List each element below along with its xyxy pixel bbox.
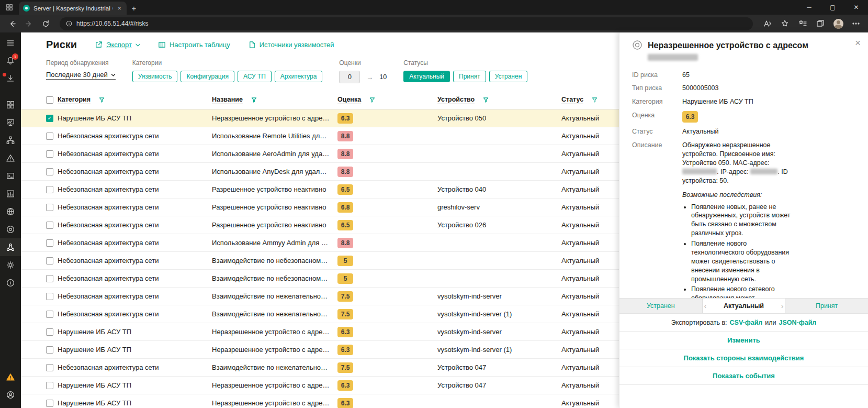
audit-icon[interactable] <box>0 220 21 238</box>
category-chip-ics[interactable]: АСУ ТП <box>238 71 272 82</box>
period-dropdown[interactable]: Последние 30 дней <box>46 71 116 80</box>
table-row[interactable]: Небезопасная архитектура сети Взаимодейс… <box>21 288 619 305</box>
vulnerability-sources-button[interactable]: Источники уязвимостей <box>248 41 334 49</box>
settings-icon[interactable] <box>0 256 21 274</box>
refresh-icon[interactable] <box>38 16 53 31</box>
table-row[interactable]: Небезопасная архитектура сети Взаимодейс… <box>21 359 619 377</box>
downloads-icon[interactable] <box>0 70 21 87</box>
row-checkbox[interactable] <box>46 293 53 300</box>
table-row[interactable]: Небезопасная архитектура сети Использова… <box>21 234 619 252</box>
table-row[interactable]: Небезопасная архитектура сети Использова… <box>21 127 619 145</box>
category-chip-architecture[interactable]: Архитектура <box>275 71 323 82</box>
browser-menu-icon[interactable] <box>848 16 864 31</box>
license-warning-icon[interactable] <box>0 368 21 386</box>
add-favorite-icon[interactable] <box>777 16 793 31</box>
tab-close-icon[interactable]: × <box>116 4 122 12</box>
table-row[interactable]: Небезопасная архитектура сети Разрешенно… <box>21 181 619 199</box>
column-header-status[interactable]: Статус <box>561 96 583 104</box>
monitoring-icon[interactable] <box>0 114 21 131</box>
filter-funnel-icon[interactable] <box>592 97 598 103</box>
row-checkbox[interactable] <box>46 186 53 193</box>
show-events-button[interactable]: Показать события <box>619 367 868 385</box>
assets-icon[interactable] <box>0 131 21 149</box>
minimize-icon[interactable]: ─ <box>797 0 821 15</box>
table-row[interactable]: Нарушение ИБ АСУ ТП Неразрешенное устрой… <box>21 109 619 127</box>
row-checkbox[interactable] <box>46 328 53 336</box>
row-checkbox[interactable] <box>46 133 53 140</box>
row-checkbox[interactable] <box>46 150 53 158</box>
profile-avatar[interactable] <box>830 16 846 31</box>
new-tab-button[interactable]: + <box>127 2 141 15</box>
notifications-icon[interactable]: 1 <box>0 52 21 70</box>
risks-icon[interactable] <box>0 238 21 256</box>
show-interaction-parties-button[interactable]: Показать стороны взаимодействия <box>619 349 868 367</box>
row-checkbox[interactable] <box>46 400 53 407</box>
forward-icon[interactable] <box>21 16 37 31</box>
maximize-icon[interactable]: ▢ <box>821 0 844 15</box>
row-checkbox[interactable] <box>46 346 53 354</box>
close-icon[interactable]: × <box>855 38 861 48</box>
events-icon[interactable] <box>0 149 21 167</box>
table-row[interactable]: Небезопасная архитектура сети Разрешенно… <box>21 199 619 216</box>
row-checkbox[interactable] <box>46 168 53 175</box>
table-row[interactable]: Нарушение ИБ АСУ ТП Неразрешенное устрой… <box>21 394 619 408</box>
table-row[interactable]: Нарушение ИБ АСУ ТП Неразрешенное устрой… <box>21 323 619 341</box>
table-row[interactable]: Небезопасная архитектура сети Взаимодейс… <box>21 252 619 270</box>
row-checkbox[interactable] <box>46 311 53 318</box>
status-tab-actual[interactable]: ‹ Актуальный › <box>702 299 786 313</box>
address-bar[interactable]: https://10.65.51.44/#/risks <box>60 17 753 30</box>
row-checkbox[interactable] <box>46 364 53 371</box>
close-window-icon[interactable]: ✕ <box>844 0 868 15</box>
table-row[interactable]: Нарушение ИБ АСУ ТП Неразрешенное устрой… <box>21 377 619 394</box>
menu-icon[interactable] <box>0 34 21 52</box>
console-icon[interactable] <box>0 167 21 185</box>
table-row[interactable]: Небезопасная архитектура сети Использова… <box>21 163 619 181</box>
row-checkbox[interactable] <box>46 239 53 247</box>
category-chip-vulnerability[interactable]: Уязвимость <box>132 71 178 82</box>
filter-funnel-icon[interactable] <box>251 97 257 103</box>
filter-funnel-icon[interactable] <box>483 97 489 103</box>
score-min-input[interactable]: 0 <box>339 71 360 83</box>
table-row[interactable]: Небезопасная архитектура сети Использова… <box>21 145 619 163</box>
configure-table-button[interactable]: Настроить таблицу <box>158 41 230 49</box>
browser-tab[interactable]: Server | Kaspersky Industrial Cyb... × <box>19 2 127 15</box>
category-chip-configuration[interactable]: Конфигурация <box>181 71 234 82</box>
column-header-device[interactable]: Устройство <box>437 96 475 104</box>
table-row[interactable]: Небезопасная архитектура сети Взаимодейс… <box>21 305 619 323</box>
table-row[interactable]: Нарушение ИБ АСУ ТП Неразрешенное устрой… <box>21 341 619 359</box>
score-max-input[interactable]: 10 <box>379 73 387 81</box>
dashboard-icon[interactable] <box>0 96 21 114</box>
row-checkbox[interactable] <box>46 115 53 122</box>
row-checkbox[interactable] <box>46 275 53 282</box>
table-row[interactable]: Небезопасная архитектура сети Разрешенно… <box>21 216 619 234</box>
tab-actions-icon[interactable] <box>0 0 19 15</box>
column-header-name[interactable]: Название <box>212 96 243 104</box>
column-header-score[interactable]: Оценка <box>337 96 361 104</box>
export-button[interactable]: Экспорт <box>95 41 140 49</box>
row-checkbox[interactable] <box>46 222 53 229</box>
row-checkbox[interactable] <box>46 204 53 211</box>
favorites-bar-icon[interactable] <box>795 16 810 31</box>
user-icon[interactable] <box>0 386 21 404</box>
status-chip-accepted[interactable]: Принят <box>453 71 486 82</box>
filter-funnel-icon[interactable] <box>369 97 375 103</box>
network-icon[interactable] <box>0 203 21 220</box>
status-tab-accepted[interactable]: Принят <box>785 299 868 313</box>
export-csv-link[interactable]: CSV-файл <box>730 319 763 326</box>
collections-icon[interactable] <box>813 16 828 31</box>
reports-icon[interactable] <box>0 185 21 203</box>
select-all-checkbox[interactable] <box>46 96 53 104</box>
row-checkbox[interactable] <box>46 257 53 264</box>
read-aloud-icon[interactable] <box>759 16 775 31</box>
status-tab-resolved[interactable]: Устранен <box>619 299 702 313</box>
status-chip-resolved[interactable]: Устранен <box>489 71 528 82</box>
info-icon[interactable] <box>0 274 21 292</box>
back-icon[interactable] <box>4 16 20 31</box>
export-json-link[interactable]: JSON-файл <box>779 319 817 326</box>
edit-button[interactable]: Изменить <box>619 332 868 349</box>
table-row[interactable]: Небезопасная архитектура сети Взаимодейс… <box>21 270 619 288</box>
row-checkbox[interactable] <box>46 382 53 389</box>
filter-funnel-icon[interactable] <box>99 97 105 103</box>
status-chip-actual[interactable]: Актуальный <box>403 71 450 82</box>
column-header-category[interactable]: Категория <box>58 96 91 104</box>
